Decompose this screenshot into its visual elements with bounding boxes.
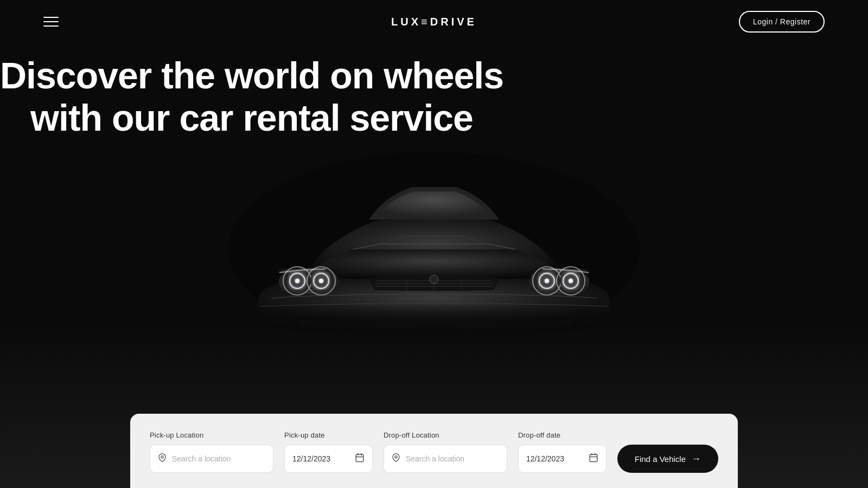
search-panel: Pick-up Location Pick-up date 12/12/2023 [130,414,738,488]
svg-rect-37 [590,454,597,462]
logo: LUX≡DRIVE [391,15,477,29]
svg-rect-32 [356,454,363,462]
arrow-icon: → [691,453,701,465]
search-fields: Pick-up Location Pick-up date 12/12/2023 [150,431,718,473]
car-image [190,130,678,358]
svg-point-27 [536,270,558,292]
pickup-location-icon [158,453,167,464]
login-register-button[interactable]: Login / Register [739,11,825,33]
pickup-date-input-wrapper[interactable]: 12/12/2023 [284,445,373,473]
dropoff-date-group: Drop-off date 12/12/2023 [518,431,607,473]
hero-section: Discover the world on wheels with our ca… [0,54,503,139]
svg-point-15 [310,270,332,292]
dropoff-date-value: 12/12/2023 [526,454,583,463]
svg-point-36 [395,456,397,458]
dropoff-date-label: Drop-off date [518,431,607,439]
dropoff-date-input-wrapper[interactable]: 12/12/2023 [518,445,607,473]
svg-point-2 [430,275,438,284]
pickup-date-group: Pick-up date 12/12/2023 [284,431,373,473]
dropoff-location-group: Drop-off Location [384,431,507,473]
dropoff-calendar-icon [589,453,598,465]
pickup-location-group: Pick-up Location [150,431,273,473]
pickup-calendar-icon [355,453,365,465]
pickup-location-input-wrapper [150,445,273,473]
menu-button[interactable] [43,17,59,27]
svg-point-31 [161,456,163,458]
pickup-location-field[interactable] [172,454,265,463]
svg-point-14 [286,270,308,292]
svg-point-28 [560,270,582,292]
car-svg-graphic [217,141,651,347]
pickup-date-value: 12/12/2023 [292,454,349,463]
find-vehicle-button[interactable]: Find a Vehicle → [617,445,718,473]
car-visual [217,141,651,347]
hero-title: Discover the world on wheels with our ca… [0,54,503,139]
pickup-location-label: Pick-up Location [150,431,273,439]
dropoff-location-input-wrapper [384,445,507,473]
header: LUX≡DRIVE Login / Register [0,0,868,43]
dropoff-location-icon [392,453,400,464]
pickup-date-label: Pick-up date [284,431,373,439]
dropoff-location-label: Drop-off Location [384,431,507,439]
dropoff-location-field[interactable] [406,454,499,463]
